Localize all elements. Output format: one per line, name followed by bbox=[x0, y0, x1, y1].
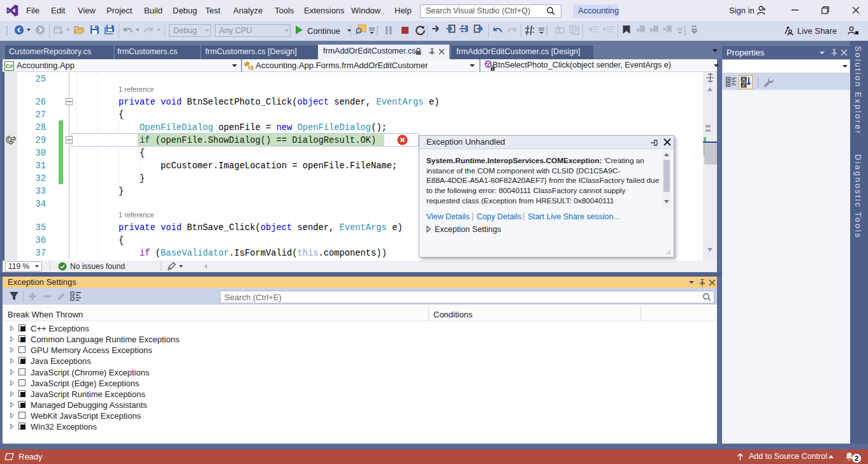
svg-text:Z: Z bbox=[742, 82, 746, 88]
svg-text:C#: C# bbox=[6, 63, 13, 69]
svg-text:A: A bbox=[742, 76, 746, 82]
